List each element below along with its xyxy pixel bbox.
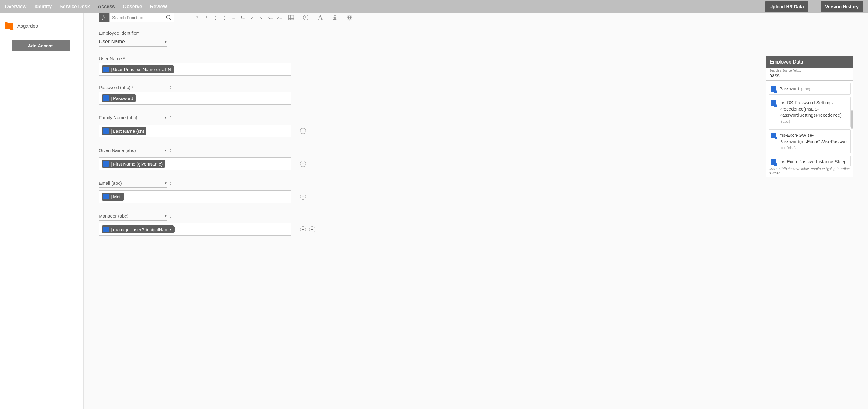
manager-group: Manager (abc) ▼ : |manager-userPrincipal… [99, 212, 378, 236]
op-times[interactable]: * [193, 13, 202, 22]
app-name-label: Asgardeo [17, 23, 38, 29]
family-colon: : [170, 115, 172, 120]
info-icon[interactable] [328, 13, 342, 22]
op-minus[interactable]: - [184, 13, 193, 22]
search-function-input[interactable] [110, 13, 175, 22]
nav-access[interactable]: Access [98, 4, 115, 9]
employee-identifier-value: User Name [99, 39, 125, 45]
family-name-chip[interactable]: |Last Name (sn) [102, 127, 147, 135]
op-gte[interactable]: >= [275, 13, 284, 22]
text-cursor: | [174, 227, 175, 232]
password-colon: : [170, 85, 172, 90]
source-field-icon [103, 128, 109, 134]
employee-identifier-select[interactable]: User Name ▼ [99, 37, 167, 47]
source-field-icon [103, 67, 109, 72]
fx-button[interactable]: fx [99, 13, 110, 22]
op-gt[interactable]: > [247, 13, 256, 22]
remove-email-button[interactable]: − [300, 194, 306, 200]
source-item-msds-password-precedence[interactable]: ms-DS-Password-Settings-Precedence(msDS-… [769, 97, 851, 127]
globe-icon[interactable] [342, 13, 357, 22]
employee-identifier-group: Employee Identifier* User Name ▼ [99, 30, 378, 47]
given-colon: : [170, 148, 172, 153]
source-item-msexch-gwise-password[interactable]: ms-Exch-GWise-Password(msExchGWisePasswo… [769, 129, 851, 153]
given-name-label: Given Name (abc) [99, 148, 136, 153]
grid-icon[interactable] [284, 13, 299, 22]
source-field-icon [771, 159, 776, 165]
svg-rect-10 [334, 15, 336, 16]
email-chip[interactable]: |Mail [102, 193, 124, 200]
op-lte[interactable]: <= [266, 13, 275, 22]
password-label: Password (abc) * [99, 85, 167, 90]
source-field-icon [103, 194, 109, 199]
email-group: Email (abc) ▼ : |Mail − [99, 179, 378, 203]
username-group: User Name * |User Principal Name or UPN [99, 56, 378, 76]
username-input[interactable]: |User Principal Name or UPN [99, 63, 291, 76]
password-group: Password (abc) * : |Password [99, 85, 378, 104]
search-function-field[interactable] [112, 15, 161, 20]
given-name-group: Given Name (abc) ▼ : |First Name (givenN… [99, 147, 378, 170]
op-eq[interactable]: = [229, 13, 238, 22]
op-plus[interactable]: + [175, 13, 184, 22]
email-input[interactable]: |Mail [99, 190, 291, 203]
remove-given-button[interactable]: − [300, 161, 306, 167]
manager-select[interactable]: Manager (abc) ▼ [99, 212, 167, 221]
nav-identity[interactable]: Identity [34, 4, 52, 9]
source-field-search[interactable]: Search a Source field... [766, 68, 853, 81]
version-history-button[interactable]: Version History [820, 1, 863, 12]
more-attributes-hint: More attributes available, continue typi… [766, 166, 853, 177]
upload-hr-data-button[interactable]: Upload HR Data [765, 1, 808, 12]
text-style-icon[interactable]: A [313, 13, 328, 22]
email-select[interactable]: Email (abc) ▼ [99, 179, 167, 188]
remove-family-button[interactable]: − [300, 128, 306, 134]
chevron-down-icon: ▼ [164, 40, 167, 43]
username-chip[interactable]: |User Principal Name or UPN [102, 65, 174, 73]
kebab-menu-icon[interactable]: ⋮ [72, 23, 78, 29]
nav-observe[interactable]: Observe [123, 4, 142, 9]
app-logo-icon [5, 23, 13, 29]
email-label: Email (abc) [99, 181, 122, 186]
given-name-select[interactable]: Given Name (abc) ▼ [99, 147, 167, 155]
manager-input[interactable]: |manager-userPrincipalName | [99, 223, 291, 236]
source-field-icon [103, 161, 109, 166]
employee-identifier-label: Employee Identifier* [99, 30, 378, 36]
add-access-button[interactable]: Add Access [11, 40, 70, 51]
op-rparen[interactable]: ) [220, 13, 229, 22]
manager-chip[interactable]: |manager-userPrincipalName [102, 225, 174, 233]
operator-bar: + - * / ( ) = != > < <= >= [175, 13, 284, 22]
given-name-chip[interactable]: |First Name (givenName) [102, 160, 165, 168]
source-item-msexch-passive-sleep[interactable]: ms-Exch-Passive-Instance-Sleep-Interval(… [769, 156, 851, 166]
employee-data-header: Employee Data [766, 56, 853, 68]
source-field-icon [771, 100, 776, 106]
manager-label: Manager (abc) [99, 213, 129, 218]
source-search-input[interactable] [769, 72, 850, 80]
nav-overview[interactable]: Overview [5, 4, 26, 9]
op-lt[interactable]: < [256, 13, 266, 22]
sidebar-app-row[interactable]: Asgardeo ⋮ [0, 19, 83, 34]
employee-data-panel: Employee Data Search a Source field... P… [766, 56, 854, 178]
source-search-hint: Search a Source field... [769, 69, 850, 72]
chevron-down-icon: ▼ [164, 181, 167, 185]
username-label: User Name * [99, 56, 378, 61]
family-name-input[interactable]: |Last Name (sn) [99, 125, 291, 137]
op-lparen[interactable]: ( [211, 13, 220, 22]
clock-icon[interactable] [299, 13, 313, 22]
svg-line-9 [306, 18, 307, 18]
password-chip[interactable]: |Password [102, 94, 135, 102]
given-name-input[interactable]: |First Name (givenName) [99, 157, 291, 170]
source-field-icon [103, 95, 109, 101]
op-divide[interactable]: / [202, 13, 211, 22]
remove-manager-button[interactable]: − [300, 226, 306, 232]
formula-bar: fx + - * / ( ) = != > < <= >= [99, 13, 868, 22]
op-neq[interactable]: != [238, 13, 247, 22]
source-item-password[interactable]: Password(abc) [769, 83, 851, 95]
family-name-label: Family Name (abc) [99, 115, 137, 120]
top-nav: Overview Identity Service Desk Access Ob… [0, 0, 868, 13]
manager-colon: : [170, 213, 172, 219]
family-name-select[interactable]: Family Name (abc) ▼ [99, 114, 167, 122]
nav-review[interactable]: Review [150, 4, 167, 9]
chevron-down-icon: ▼ [164, 214, 167, 218]
search-icon [166, 14, 172, 21]
password-input[interactable]: |Password [99, 92, 291, 104]
nav-service-desk[interactable]: Service Desk [60, 4, 90, 9]
add-manager-button[interactable]: + [309, 226, 315, 232]
